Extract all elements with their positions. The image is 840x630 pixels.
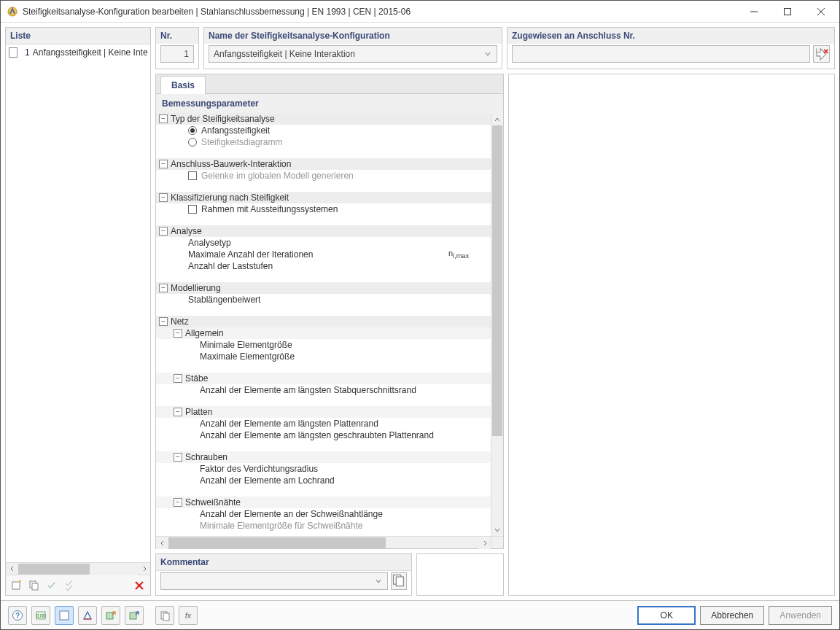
list-pane: Liste 1 Anfangssteifigkeit | Keine Inter…	[5, 27, 151, 596]
chevron-down-icon	[373, 578, 384, 584]
row-nelem-weld[interactable]: Anzahl der Elemente an der Schweißnahtlä…	[156, 508, 491, 520]
row-load-steps[interactable]: Anzahl der Laststufen	[156, 260, 491, 272]
radio-icon	[188, 126, 197, 135]
subgroup-members[interactable]: −Stäbe	[156, 373, 491, 384]
scroll-down-icon[interactable]	[491, 524, 503, 536]
units-button[interactable]: 0,00	[31, 606, 50, 625]
view-mode-button[interactable]	[55, 606, 74, 625]
group-mesh[interactable]: −Netz	[156, 316, 491, 327]
svg-text:?: ?	[15, 612, 20, 620]
delete-button[interactable]	[131, 578, 147, 594]
radio-stiffness-diagram[interactable]: Steifigkeitsdiagramm	[156, 136, 491, 148]
export-button-2[interactable]	[125, 606, 144, 625]
tab-basis[interactable]: Basis	[160, 76, 206, 94]
comment-header: Kommentar	[156, 554, 411, 571]
structure-button[interactable]	[78, 606, 97, 625]
tree-h-scrollbar[interactable]	[156, 536, 503, 548]
list-body: 1 Anfangssteifigkeit | Keine Interaktion	[6, 44, 150, 562]
function-button[interactable]: fx	[179, 606, 198, 625]
preview-pane	[508, 74, 835, 596]
minimize-button[interactable]	[737, 1, 771, 23]
comment-box: Kommentar	[155, 553, 412, 596]
right-pane: Nr. Name der Steifigkeitsanalyse-Konfigu…	[155, 27, 835, 596]
row-nelem-cs[interactable]: Anzahl der Elemente am längsten Stabquer…	[156, 384, 491, 396]
svg-rect-2	[785, 8, 791, 15]
row-max-iterations[interactable]: Maximale Anzahl der Iterationenni,max	[156, 249, 491, 260]
assign-input[interactable]	[512, 45, 810, 63]
titlebar: Steifigkeitsanalyse-Konfiguration bearbe…	[1, 1, 839, 23]
subgroup-plates[interactable]: −Platten	[156, 406, 491, 418]
group-interaction[interactable]: −Anschluss-Bauwerk-Interaktion	[156, 158, 491, 170]
pick-connection-button[interactable]	[813, 45, 830, 63]
apply-button[interactable]: Anwenden	[769, 606, 832, 625]
row-analysis-type[interactable]: Analysetyp	[156, 237, 491, 249]
svg-rect-7	[32, 583, 38, 590]
name-header: Name der Steifigkeitsanalyse-Konfigurati…	[204, 28, 502, 44]
svg-text:fx: fx	[185, 611, 192, 620]
row-minelem-weld[interactable]: Minimale Elementgröße für Schweißnähte	[156, 520, 491, 532]
name-combo[interactable]: Anfangssteifigkeit | Keine Interaktion	[209, 45, 497, 63]
scroll-up-icon[interactable]	[491, 113, 503, 125]
scroll-right-icon[interactable]	[138, 563, 150, 575]
help-button[interactable]: ?	[8, 606, 27, 625]
list-toolbar	[6, 575, 150, 595]
window-title: Steifigkeitsanalyse-Konfiguration bearbe…	[23, 7, 737, 17]
comment-combo[interactable]	[160, 572, 388, 590]
cancel-button[interactable]: Abbrechen	[700, 606, 764, 625]
subgroup-general[interactable]: −Allgemein	[156, 327, 491, 339]
list-h-scrollbar[interactable]	[6, 562, 150, 575]
dialog-window: Steifigkeitsanalyse-Konfiguration bearbe…	[0, 0, 840, 630]
group-stiffness-type[interactable]: −Typ der Steifigkeitsanalyse	[156, 113, 491, 125]
tab-host: Basis Bemessungsparameter −Typ der Steif…	[155, 74, 504, 549]
row-nelem-hole[interactable]: Anzahl der Elemente am Lochrand	[156, 475, 491, 486]
svg-text:0,00: 0,00	[36, 613, 46, 618]
check-generate-hinges[interactable]: Gelenke im globalen Modell generieren	[156, 170, 491, 182]
subgroup-bolts[interactable]: −Schrauben	[156, 451, 491, 463]
bottom-bar: ? 0,00 fx OK Abbrechen Anwenden	[1, 600, 839, 629]
scroll-left-icon[interactable]	[6, 563, 18, 575]
row-max-elem[interactable]: Maximale Elementgröße	[156, 351, 491, 362]
check-braced-frame[interactable]: Rahmen mit Aussteifungssystemen	[156, 203, 491, 215]
svg-rect-20	[106, 612, 113, 619]
copy-button[interactable]	[26, 578, 42, 594]
close-button[interactable]	[804, 1, 838, 23]
chevron-down-icon	[482, 51, 494, 57]
row-min-elem[interactable]: Minimale Elementgröße	[156, 339, 491, 351]
nr-box: Nr.	[155, 27, 199, 69]
param-tree[interactable]: −Typ der Steifigkeitsanalyse Anfangsstei…	[156, 113, 491, 536]
check-all-button	[44, 578, 60, 594]
list-item-number: 1	[20, 47, 30, 58]
nr-input[interactable]	[160, 45, 194, 63]
row-member-length[interactable]: Stablängenbeiwert	[156, 294, 491, 306]
group-analysis[interactable]: −Analyse	[156, 225, 491, 237]
checkbox-icon	[188, 205, 197, 214]
maximize-button[interactable]	[771, 1, 804, 23]
list-item-checkbox[interactable]	[9, 47, 18, 58]
clipboard-button[interactable]	[155, 606, 174, 625]
group-modeling[interactable]: −Modellierung	[156, 282, 491, 294]
group-classification[interactable]: −Klassifizierung nach Steifigkeit	[156, 192, 491, 203]
tab-strip: Basis	[156, 74, 503, 94]
name-combo-text: Anfangssteifigkeit | Keine Interaktion	[214, 49, 482, 59]
comment-edit-button[interactable]	[391, 572, 407, 590]
ok-button[interactable]: OK	[637, 606, 696, 625]
scroll-left-icon[interactable]	[156, 537, 168, 549]
scroll-track[interactable]	[18, 563, 138, 575]
row-nelem-bolted[interactable]: Anzahl der Elemente am längsten geschrau…	[156, 429, 491, 441]
mid-row: Basis Bemessungsparameter −Typ der Steif…	[155, 74, 835, 596]
svg-rect-5	[12, 582, 20, 589]
scroll-right-icon[interactable]	[478, 537, 491, 549]
radio-initial-stiffness[interactable]: Anfangssteifigkeit	[156, 125, 491, 136]
dialog-body: Liste 1 Anfangssteifigkeit | Keine Inter…	[1, 23, 839, 600]
row-compression-factor[interactable]: Faktor des Verdichtungsradius	[156, 463, 491, 475]
tree-v-scrollbar[interactable]	[491, 113, 503, 536]
comment-preview	[416, 553, 504, 596]
export-button-1[interactable]	[101, 606, 120, 625]
svg-rect-13	[396, 577, 403, 586]
list-item[interactable]: 1 Anfangssteifigkeit | Keine Interaktion	[6, 44, 150, 61]
tree-wrap: −Typ der Steifigkeitsanalyse Anfangsstei…	[156, 113, 503, 536]
row-nelem-plate[interactable]: Anzahl der Elemente am längsten Plattenr…	[156, 418, 491, 429]
radio-icon	[188, 138, 197, 147]
subgroup-welds[interactable]: −Schweißnähte	[156, 497, 491, 508]
new-button[interactable]	[9, 578, 25, 594]
